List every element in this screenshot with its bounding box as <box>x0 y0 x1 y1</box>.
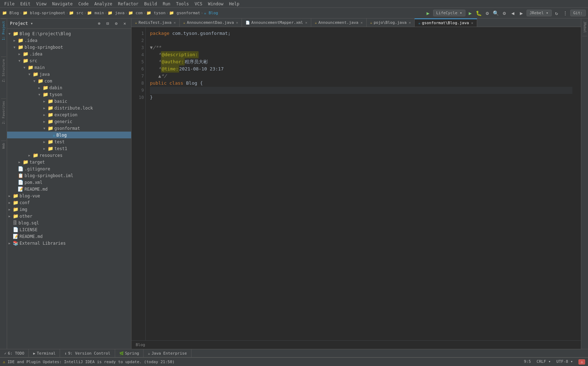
right-tab-jrebel[interactable]: JRebel <box>582 18 587 36</box>
project-locate-icon[interactable]: ⊕ <box>96 20 103 27</box>
tree-item-exception[interactable]: ▶📁exception <box>7 111 131 118</box>
arrow-right-icon[interactable]: ▶ <box>518 10 525 17</box>
breadcrumb-src[interactable]: 📁 src <box>69 11 83 15</box>
tab-announcement-close[interactable]: ✕ <box>361 21 363 25</box>
left-tab-favorites[interactable]: 2: Favorites <box>1 99 6 126</box>
tab-pojoblog[interactable]: ☕ pojo\Blog.java ✕ <box>367 18 415 27</box>
tree-item-target[interactable]: ▶📁target <box>7 159 131 165</box>
tree-item-generic[interactable]: ▶📁generic <box>7 118 131 125</box>
tab-redistest[interactable]: ☕ RedisTest.java ✕ <box>131 18 180 27</box>
left-tab-structure[interactable]: Z: Structure <box>1 57 6 84</box>
refresh-icon[interactable]: ↻ <box>553 10 560 17</box>
status-position[interactable]: 9:5 <box>524 359 531 365</box>
project-close-icon[interactable]: ✕ <box>121 20 128 27</box>
menu-refactor[interactable]: Refactor <box>115 1 141 7</box>
tree-item-readme[interactable]: 📝README.md <box>7 186 131 192</box>
menu-build[interactable]: Build <box>141 1 160 7</box>
tree-item-com[interactable]: ▼📁com <box>7 78 131 84</box>
breadcrumb-java[interactable]: 📁 java <box>108 11 124 15</box>
breadcrumb-gsonformat[interactable]: 📁 gsonformat <box>169 11 200 15</box>
git-button[interactable]: Git: <box>570 10 586 16</box>
left-tab-web[interactable]: Web <box>1 140 6 151</box>
tree-item-blog-sql[interactable]: 🗄blog.sql <box>7 219 131 226</box>
fold-icon[interactable]: ▼ <box>150 44 153 51</box>
project-collapse-icon[interactable]: ⊟ <box>104 20 111 27</box>
status-message-text[interactable]: IDE and Plugin Updates: IntelliJ IDEA is… <box>7 360 174 364</box>
breadcrumb-com[interactable]: 📁 com <box>128 11 143 15</box>
bottom-tab-spring[interactable]: 🌿 Spring <box>115 349 144 357</box>
menu-help[interactable]: Help <box>226 1 242 7</box>
breadcrumb-springboot[interactable]: 📁 blog-springboot <box>23 11 65 15</box>
menu-window[interactable]: Window <box>205 1 226 7</box>
bottom-tab-todo[interactable]: ✓ 6: TODO <box>0 349 29 357</box>
tree-item-idea[interactable]: ▶📁.idea <box>7 37 131 44</box>
code-editor[interactable]: package com.tyson.gsonformat; ▼ /** * @d… <box>146 27 577 340</box>
tab-gsonformatblog-close[interactable]: ✕ <box>471 21 473 25</box>
settings-icon[interactable]: ⚙ <box>501 10 508 17</box>
tree-item-basic[interactable]: ▶📁basic <box>7 98 131 105</box>
menu-navigate[interactable]: Navigate <box>49 1 76 7</box>
menu-tools[interactable]: Tools <box>173 1 192 7</box>
tab-announcement[interactable]: ☕ Announcement.java ✕ <box>311 18 367 27</box>
lifecycle-button[interactable]: LifeCycle ▾ <box>433 10 465 16</box>
run-green-icon[interactable]: ▶ <box>467 10 474 17</box>
jrebel-button[interactable]: JRebel ▾ <box>527 10 552 16</box>
tree-item-java[interactable]: ▼📁java <box>7 71 131 78</box>
status-crlf[interactable]: CRLF ▾ <box>536 359 551 365</box>
menu-run[interactable]: Run <box>160 1 173 7</box>
tab-pojoblog-close[interactable]: ✕ <box>409 21 411 25</box>
tree-item-external-libs[interactable]: ▶📚External Libraries <box>7 240 131 246</box>
tree-item-test1[interactable]: ▶📁test1 <box>7 145 131 152</box>
tree-item-resources[interactable]: ▶📁resources <box>7 152 131 159</box>
tab-redistest-close[interactable]: ✕ <box>174 21 176 25</box>
run-icon[interactable]: ▶ <box>425 10 432 17</box>
status-encoding[interactable]: UTF-8 ▾ <box>556 359 573 365</box>
tree-item-tyson[interactable]: ▼📁tyson <box>7 91 131 98</box>
tree-item-readme2[interactable]: 📝README.md <box>7 233 131 240</box>
fold-icon-2[interactable]: ▲ <box>158 73 161 80</box>
tree-item-blog-root[interactable]: ▼📁Blog E:\project\Blog <box>7 30 131 37</box>
left-tab-project[interactable]: 1: Project <box>1 18 6 42</box>
tree-item-blog-springboot[interactable]: ▼📁blog-springboot <box>7 44 131 51</box>
bottom-tab-vcs[interactable]: ↕ 9: Version Control <box>60 349 115 357</box>
more-icon[interactable]: ⋮ <box>562 10 569 17</box>
tab-announcementmapper[interactable]: 📄 AnnouncementMapper.xml ✕ <box>242 18 311 27</box>
tree-item-test[interactable]: ▶📁test <box>7 138 131 145</box>
tree-item-main[interactable]: ▼📁main <box>7 64 131 71</box>
tree-item-gitignore[interactable]: 📄.gitignore <box>7 165 131 172</box>
coverage-icon[interactable]: ⚙ <box>484 10 491 17</box>
breadcrumb-blog-file[interactable]: ☕ Blog <box>204 11 218 15</box>
debug-icon[interactable]: 🐛 <box>475 10 482 17</box>
breadcrumb-tyson[interactable]: 📁 tyson <box>146 11 166 15</box>
tree-item-blog-springboot-iml[interactable]: 📋blog-springboot.iml <box>7 172 131 179</box>
tree-item-pom-xml[interactable]: 📄pom.xml <box>7 179 131 186</box>
search-icon[interactable]: 🔍 <box>492 10 500 17</box>
tab-announcementdao-close[interactable]: ✕ <box>236 21 238 25</box>
tree-item-dabin[interactable]: ▶📁dabin <box>7 84 131 91</box>
tree-item-license[interactable]: 📄LICENSE <box>7 226 131 233</box>
bottom-tab-java-enterprise[interactable]: ☕ Java Enterprise <box>144 349 191 357</box>
tree-item-src[interactable]: ▼📁src <box>7 57 131 64</box>
tree-item-conf[interactable]: ▶📁conf <box>7 199 131 206</box>
tree-item-blog-vue[interactable]: ▶📁blog-vue <box>7 192 131 199</box>
breadcrumb-blog[interactable]: 📁 Blog <box>2 11 19 15</box>
project-settings-icon[interactable]: ⚙ <box>113 20 120 27</box>
tree-item-other[interactable]: ▶📁other <box>7 213 131 219</box>
breadcrumb-main[interactable]: 📁 main <box>87 11 104 15</box>
menu-file[interactable]: File <box>1 1 17 7</box>
tree-item-idea2[interactable]: ▶📁.idea <box>7 51 131 57</box>
tab-gsonformatblog[interactable]: ☕ gsonformat\Blog.java ✕ <box>415 18 477 27</box>
status-error-badge[interactable]: ⚠ <box>578 359 585 365</box>
tree-item-blog-file[interactable]: ☕Blog <box>7 132 131 138</box>
menu-view[interactable]: View <box>33 1 49 7</box>
bottom-tab-terminal[interactable]: ▶ Terminal <box>29 349 60 357</box>
menu-code[interactable]: Code <box>76 1 92 7</box>
tree-item-img[interactable]: ▶📁img <box>7 206 131 213</box>
tab-announcementdao[interactable]: ☕ AnnouncementDao.java ✕ <box>180 18 242 27</box>
tab-announcementmapper-close[interactable]: ✕ <box>305 21 307 25</box>
arrow-left-icon[interactable]: ◀ <box>509 10 517 17</box>
menu-edit[interactable]: Edit <box>17 1 33 7</box>
tree-item-gsonformat[interactable]: ▼📁gsonformat <box>7 125 131 132</box>
menu-analyze[interactable]: Analyze <box>91 1 115 7</box>
tree-item-distribute-lock[interactable]: ▶📁distribute.lock <box>7 105 131 111</box>
